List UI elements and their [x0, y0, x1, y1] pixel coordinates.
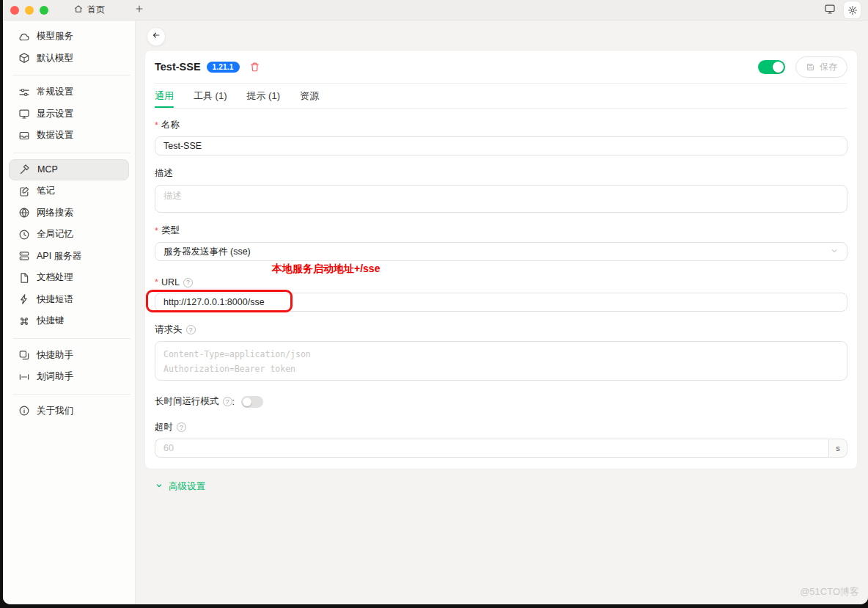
trash-icon	[249, 62, 260, 73]
description-input[interactable]	[155, 185, 847, 213]
delete-server-button[interactable]	[249, 62, 260, 73]
general-form: * 名称 描述 * 类型	[155, 109, 847, 493]
titlebar: 首页	[3, 0, 868, 21]
url-input[interactable]	[155, 293, 847, 312]
type-select[interactable]: 服务器发送事件 (sse)	[155, 242, 847, 261]
sidebar-item-general-settings[interactable]: 常规设置	[3, 81, 135, 103]
sliders-icon	[18, 87, 30, 98]
sidebar-item-quick-phrases[interactable]: 快捷短语	[3, 289, 135, 311]
headers-label: 请求头	[155, 323, 847, 336]
name-input[interactable]	[155, 136, 847, 155]
server-enabled-toggle[interactable]	[758, 60, 785, 74]
sidebar-item-about-us[interactable]: 关于我们	[3, 400, 135, 422]
plus-icon	[134, 4, 144, 17]
info-icon	[18, 405, 30, 417]
sidebar-divider	[13, 75, 130, 76]
monitor-icon	[18, 108, 30, 120]
long-running-field: 长时间运行模式 :	[155, 395, 847, 408]
window-tab-home[interactable]: 首页	[73, 4, 105, 16]
zap-icon	[18, 293, 30, 305]
sidebar-item-label: 文档处理	[37, 271, 73, 284]
display-mode-icon[interactable]	[824, 3, 836, 18]
type-field: * 类型 服务器发送事件 (sse)	[155, 224, 847, 261]
help-icon	[177, 422, 186, 432]
panel-icon	[18, 349, 30, 361]
maximize-traffic-light[interactable]	[40, 6, 48, 15]
sidebar-item-label: MCP	[37, 164, 58, 175]
tab-tools[interactable]: 工具 (1)	[194, 84, 227, 108]
save-button[interactable]: 保存	[795, 56, 847, 78]
settings-gear-button[interactable]	[844, 1, 861, 18]
sidebar-item-shortcut-keys[interactable]: 快捷键	[3, 310, 135, 332]
type-label: * 类型	[155, 224, 847, 237]
hammer-icon	[19, 164, 31, 175]
name-field: * 名称	[155, 119, 847, 155]
package-icon	[18, 52, 30, 64]
description-label: 描述	[155, 167, 847, 180]
timeout-field: 超时 s	[155, 421, 847, 458]
sidebar-item-global-memory[interactable]: 全局记忆	[3, 224, 135, 246]
file-icon	[18, 272, 30, 284]
sidebar-item-model-services[interactable]: 模型服务	[3, 26, 135, 48]
sidebar-item-display-settings[interactable]: 显示设置	[3, 103, 135, 125]
command-icon	[18, 315, 30, 327]
minimize-traffic-light[interactable]	[25, 6, 34, 15]
globe-icon	[18, 207, 30, 219]
advanced-settings-toggle[interactable]: 高级设置	[155, 480, 205, 493]
sidebar-item-document-processing[interactable]: 文档处理	[3, 267, 135, 289]
app-window: 首页 模型服务默认模型常规设置显示设置数据设置MCP笔记网络搜索全局记忆API …	[3, 0, 868, 604]
required-marker: *	[155, 277, 158, 287]
timeout-label: 超时	[155, 421, 847, 433]
sidebar-item-default-models[interactable]: 默认模型	[3, 48, 135, 70]
sidebar-item-label: 网络搜索	[37, 207, 73, 219]
memory-icon	[18, 229, 30, 241]
save-icon	[806, 62, 815, 72]
note-icon	[18, 186, 30, 197]
sidebar-item-label: 显示设置	[37, 108, 73, 120]
long-running-label: 长时间运行模式 :	[155, 395, 235, 408]
server-title: Test-SSE	[155, 61, 201, 73]
sidebar-item-label: 数据设置	[37, 129, 73, 142]
sidebar-divider	[13, 153, 130, 153]
window-tab-label: 首页	[87, 4, 105, 16]
close-traffic-light[interactable]	[10, 6, 19, 15]
sidebar-item-data-settings[interactable]: 数据设置	[3, 125, 135, 147]
sidebar-item-label: 全局记忆	[37, 228, 73, 241]
description-field: 描述	[155, 167, 847, 213]
tab-prompts[interactable]: 提示 (1)	[247, 84, 281, 108]
back-button[interactable]	[147, 27, 166, 46]
tab-resources[interactable]: 资源	[300, 84, 319, 108]
main-content: Test-SSE 1.21.1 保存 通用工具 (1)提示	[136, 21, 868, 604]
home-icon	[73, 4, 84, 16]
help-icon	[223, 397, 232, 406]
sidebar-item-label: 笔记	[37, 185, 55, 197]
new-tab-button[interactable]	[134, 4, 144, 17]
timeout-input[interactable]	[155, 439, 828, 458]
sidebar-item-notes[interactable]: 笔记	[3, 180, 135, 202]
headers-input[interactable]: Content-Type=application/json Authorizat…	[155, 341, 847, 381]
timeout-unit-suffix: s	[828, 439, 847, 458]
sidebar-item-web-search[interactable]: 网络搜索	[3, 202, 135, 224]
url-field: * URL	[155, 277, 847, 312]
long-running-toggle[interactable]	[241, 396, 263, 408]
name-label: * 名称	[155, 119, 847, 131]
sidebar-item-label: API 服务器	[37, 250, 81, 263]
sidebar-divider	[13, 394, 130, 395]
headers-placeholder-line: Authorization=Bearer token	[163, 362, 839, 376]
advanced-settings-label: 高级设置	[169, 480, 205, 493]
sidebar: 模型服务默认模型常规设置显示设置数据设置MCP笔记网络搜索全局记忆API 服务器…	[3, 21, 136, 604]
tab-general[interactable]: 通用	[155, 84, 174, 108]
required-marker: *	[155, 120, 158, 131]
sidebar-item-quick-assistant[interactable]: 快捷助手	[3, 345, 135, 367]
sidebar-item-label: 快捷助手	[37, 349, 73, 362]
sidebar-item-selection-assistant[interactable]: 划词助手	[3, 366, 135, 388]
watermark: @51CTO博客	[800, 585, 859, 598]
sidebar-item-api-server[interactable]: API 服务器	[3, 246, 135, 268]
sidebar-item-label: 模型服务	[37, 30, 73, 43]
sidebar-divider	[13, 338, 130, 339]
sidebar-item-label: 划词助手	[37, 370, 73, 383]
server-icon	[18, 250, 30, 262]
cloud-icon	[18, 31, 30, 43]
sidebar-item-mcp[interactable]: MCP	[9, 159, 129, 181]
type-select-value: 服务器发送事件 (sse)	[163, 246, 251, 258]
